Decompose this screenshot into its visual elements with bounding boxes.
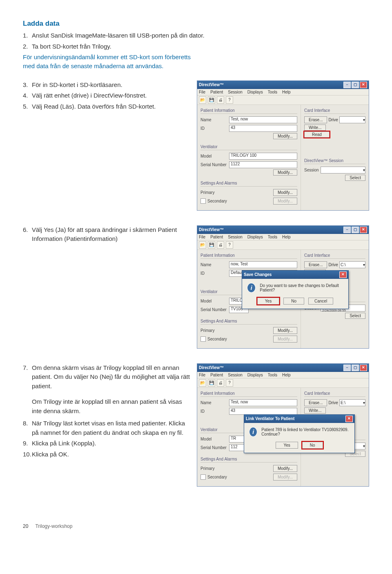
session-select[interactable]: ▾: [321, 167, 365, 174]
modify-button[interactable]: Modify...: [273, 327, 297, 334]
name-field[interactable]: Test, now: [229, 399, 297, 406]
drive-select[interactable]: E:\▾: [339, 399, 365, 406]
menu-help[interactable]: Help: [282, 235, 291, 239]
group-patient-info: Patient Information: [200, 253, 297, 259]
menu-tools[interactable]: Tools: [268, 235, 277, 239]
menu-session[interactable]: Session: [228, 90, 243, 94]
dialog-message: Patient 789 is linked to Ventilator TV10…: [261, 427, 350, 436]
minimize-icon[interactable]: –: [343, 82, 351, 88]
id-field[interactable]: 43: [229, 125, 297, 132]
minimize-icon[interactable]: –: [343, 227, 351, 233]
menu-session[interactable]: Session: [228, 373, 243, 377]
menu-displays[interactable]: Displays: [247, 90, 263, 94]
close-icon[interactable]: ✕: [339, 271, 347, 278]
close-icon[interactable]: ✕: [360, 82, 367, 88]
menu-file[interactable]: File: [199, 373, 205, 377]
menu-patient[interactable]: Patient: [210, 90, 223, 94]
erase-button[interactable]: Erase...: [304, 399, 327, 406]
menu-displays[interactable]: Displays: [247, 373, 263, 377]
intro-note: För undervisningsändamål kommer ett SD-k…: [23, 53, 203, 71]
cancel-button[interactable]: Cancel: [308, 298, 333, 305]
drive-select[interactable]: ▾: [339, 116, 365, 123]
chevron-down-icon: ▾: [363, 400, 365, 405]
read-button[interactable]: Read: [304, 131, 330, 138]
no-button[interactable]: No: [302, 442, 323, 449]
secondary-checkbox[interactable]: [200, 474, 206, 480]
chevron-down-icon: ▾: [363, 263, 365, 267]
name-field[interactable]: now, Test: [229, 261, 297, 268]
menu-patient[interactable]: Patient: [210, 373, 223, 377]
minimize-icon[interactable]: –: [343, 365, 351, 371]
open-icon[interactable]: 📂: [199, 96, 206, 104]
menu-displays[interactable]: Displays: [247, 235, 263, 239]
maximize-icon[interactable]: ▢: [352, 82, 359, 88]
steps-block-3: 6.Välj Yes (Ja) för att spara ändringar …: [23, 225, 190, 244]
menu-patient[interactable]: Patient: [210, 235, 223, 239]
menu-session[interactable]: Session: [228, 235, 243, 239]
modify-button[interactable]: Modify...: [273, 133, 297, 139]
save-icon[interactable]: 💾: [208, 241, 215, 249]
footer-text: Trilogy-workshop: [35, 523, 72, 529]
drive-select[interactable]: C:\▾: [339, 261, 365, 268]
modify-button[interactable]: Modify...: [273, 465, 297, 472]
help-icon[interactable]: ?: [226, 241, 233, 249]
no-button[interactable]: No: [283, 298, 304, 305]
menu-file[interactable]: File: [199, 90, 205, 94]
write-button[interactable]: Write...: [304, 125, 326, 131]
save-icon[interactable]: 💾: [208, 96, 215, 104]
yes-button[interactable]: Yes: [257, 298, 279, 305]
titlebar: DirectView™ – ▢ ✕: [197, 81, 369, 89]
modify-button[interactable]: Modify...: [273, 169, 297, 176]
menu-file[interactable]: File: [199, 235, 205, 239]
modify-button[interactable]: Modify...: [273, 189, 297, 196]
maximize-icon[interactable]: ▢: [352, 365, 359, 371]
step-number: 5.: [23, 102, 32, 111]
open-icon[interactable]: 📂: [199, 379, 206, 387]
steps-block-1: 1.Anslut SanDisk ImageMate-läsaren till …: [23, 31, 369, 51]
label-serial: Serial Number: [200, 445, 229, 450]
print-icon[interactable]: 🖨: [217, 96, 224, 104]
section-title: Ladda data: [23, 20, 369, 28]
menu-tools[interactable]: Tools: [268, 90, 277, 94]
step-number: 8.: [23, 419, 32, 428]
open-icon[interactable]: 📂: [199, 241, 206, 249]
close-icon[interactable]: ✕: [345, 416, 353, 422]
group-settings: Settings And Alarms: [200, 457, 297, 463]
help-icon[interactable]: ?: [226, 96, 233, 104]
print-icon[interactable]: 🖨: [217, 241, 224, 249]
menubar: File Patient Session Displays Tools Help: [197, 234, 369, 240]
yes-button[interactable]: Yes: [276, 442, 298, 449]
print-icon[interactable]: 🖨: [217, 379, 224, 387]
label-session: Session: [304, 168, 321, 172]
menu-tools[interactable]: Tools: [268, 373, 277, 377]
maximize-icon[interactable]: ▢: [352, 227, 359, 233]
write-button[interactable]: Write...: [304, 407, 326, 414]
steps-block-2: 3.För in SD-kortet i SD-kortläsaren. 4.V…: [23, 80, 190, 111]
save-icon[interactable]: 💾: [208, 379, 215, 387]
secondary-checkbox[interactable]: [200, 336, 206, 342]
erase-button[interactable]: Erase...: [304, 261, 327, 268]
menu-help[interactable]: Help: [282, 90, 291, 94]
modify-button-disabled: Modify...: [273, 198, 297, 205]
select-button[interactable]: Select: [345, 313, 365, 319]
close-icon[interactable]: ✕: [360, 227, 367, 233]
erase-button[interactable]: Erase...: [304, 116, 327, 123]
secondary-checkbox[interactable]: [200, 198, 206, 204]
modify-button-disabled: Modify...: [273, 474, 297, 481]
menubar: File Patient Session Displays Tools Help: [197, 89, 369, 96]
model-field[interactable]: TRILOGY 100: [229, 153, 297, 160]
menu-help[interactable]: Help: [282, 373, 291, 377]
toolbar: 📂 💾 🖨 ?: [197, 96, 369, 105]
sub-note: Om Trilogy inte är kopplad till en annan…: [32, 397, 190, 416]
label-id: ID: [200, 409, 229, 414]
id-field[interactable]: 43: [229, 408, 297, 415]
close-icon[interactable]: ✕: [360, 365, 367, 371]
serial-field[interactable]: 1122: [229, 161, 297, 168]
label-primary: Primary: [200, 190, 229, 195]
help-icon[interactable]: ?: [226, 379, 233, 387]
label-drive: Drive: [329, 400, 338, 405]
label-drive: Drive: [329, 118, 338, 122]
step-number: 1.: [23, 31, 32, 40]
select-button[interactable]: Select: [345, 175, 365, 181]
name-field[interactable]: Test, now: [229, 116, 297, 123]
